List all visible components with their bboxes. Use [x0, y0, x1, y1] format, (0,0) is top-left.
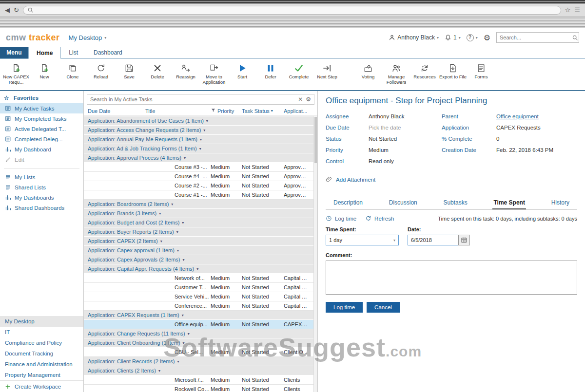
- toolbar-button-forms[interactable]: Forms: [467, 60, 495, 80]
- task-group-row[interactable]: Application: CAPEX Requests (1 Item)▾: [84, 311, 313, 320]
- log-time-button[interactable]: Log time: [326, 302, 363, 313]
- toolbar-button-clone[interactable]: Clone: [58, 60, 87, 80]
- task-group-row[interactable]: Application: Ad & Job Tracking Forms (1 …: [84, 144, 313, 153]
- task-row[interactable]: Course #2 -...MediumNot StartedApproval.…: [84, 181, 313, 190]
- task-group-row[interactable]: Application: Approval Process (4 Items)▾: [84, 153, 313, 163]
- toolbar-button-reassign[interactable]: Reassign: [172, 60, 200, 80]
- sidebar-item-my-dashboards[interactable]: My Dashboards: [0, 192, 83, 203]
- workspace-item-finance-and-administration[interactable]: Finance and Administration: [0, 359, 83, 370]
- browser-bookmark-star-icon[interactable]: ☆: [565, 6, 571, 14]
- task-group-row[interactable]: Application: Capex Approvals (2 Items)▾: [84, 255, 313, 264]
- toolbar-button-reload[interactable]: Reload: [87, 60, 115, 80]
- search-settings-gear-icon[interactable]: ⚙: [306, 96, 311, 103]
- workspace-item-compliance-and-policy[interactable]: Compliance and Policy: [0, 337, 83, 348]
- workspace-item-it[interactable]: IT: [0, 327, 83, 337]
- browser-back-icon[interactable]: ◀: [5, 6, 10, 14]
- task-group-row[interactable]: Application: Capex approval (1 Item)▾: [84, 246, 313, 255]
- task-group-row[interactable]: Application: Client Onboarding (1 Item)▾: [84, 338, 313, 348]
- cancel-button[interactable]: Cancel: [367, 302, 400, 313]
- browser-refresh-icon[interactable]: ↻: [14, 6, 19, 14]
- help-menu[interactable]: ? ▾: [467, 34, 478, 41]
- toolbar-button-export-to-file[interactable]: Export to File: [439, 60, 467, 80]
- task-row[interactable]: Course #1 -...MediumNot StartedApproval.…: [84, 190, 313, 200]
- detail-tab-discussion[interactable]: Discussion: [388, 196, 418, 209]
- time-spent-select[interactable]: 1 day ▾: [326, 235, 399, 245]
- task-group-row[interactable]: Application: Change Requests (11 Items)▾: [84, 329, 313, 338]
- task-group-row[interactable]: Application: Client Records (2 Items)▾: [84, 357, 313, 366]
- scrollbar-thumb[interactable]: [314, 117, 317, 163]
- task-row[interactable]: CBU - Sel...MediumNot StartedClient O...: [84, 348, 313, 357]
- sidebar-item-shared-dashboards[interactable]: Shared Dashboards: [0, 203, 83, 213]
- toolbar-button-save[interactable]: Save: [115, 60, 143, 80]
- clear-search-icon[interactable]: ✕: [298, 96, 303, 103]
- task-row[interactable]: Network of...MediumNot StartedCapital A.…: [84, 274, 313, 283]
- toolbar-button-next-step[interactable]: Next Step: [313, 60, 341, 80]
- workspace-item-my-desktop[interactable]: My Desktop: [0, 316, 83, 327]
- toolbar-button-complete[interactable]: Complete: [285, 60, 313, 80]
- task-group-row[interactable]: Application: CAPEX (2 Items)▾: [84, 237, 313, 246]
- field-value-parent[interactable]: Office equipment: [496, 113, 577, 119]
- sidebar-item-my-dashboard[interactable]: My Dashboard: [0, 144, 83, 154]
- gear-icon[interactable]: ⚙: [484, 33, 490, 42]
- task-group-row[interactable]: Application: Boardrooms (2 Items)▾: [84, 200, 313, 209]
- task-group-row[interactable]: Application: Brands (3 Items)▾: [84, 209, 313, 218]
- task-row[interactable]: Service Vehi...MediumNot StartedCapital …: [84, 292, 313, 301]
- sidebar-item-my-active-tasks[interactable]: My Active Tasks: [0, 103, 83, 113]
- toolbar-button-defer[interactable]: Defer: [256, 60, 285, 80]
- toolbar-button-new-capex-requ[interactable]: New CAPEX Requ...: [2, 60, 30, 85]
- tab-home[interactable]: Home: [28, 47, 61, 59]
- detail-tab-description[interactable]: Description: [332, 196, 364, 209]
- task-row[interactable]: Course #3 -...MediumNot StartedApproval.…: [84, 163, 313, 172]
- toolbar-button-resources[interactable]: Resources: [410, 60, 439, 80]
- sidebar-item-edit[interactable]: Edit: [0, 154, 83, 165]
- list-scrollbar[interactable]: [313, 116, 317, 392]
- tab-list[interactable]: List: [61, 47, 86, 58]
- toolbar-button-delete[interactable]: Delete: [143, 60, 172, 80]
- sidebar-item-active-delegated-t[interactable]: Active Delegated T...: [0, 124, 83, 134]
- task-row[interactable]: Microsoft /...MediumNot StartedClients: [84, 375, 313, 385]
- sidebar-item-my-completed-tasks[interactable]: My Completed Tasks: [0, 113, 83, 124]
- column-header-title[interactable]: Title: [138, 108, 211, 114]
- task-group-row[interactable]: Application: Clients (2 Items)▾: [84, 366, 313, 375]
- refresh-link[interactable]: Refresh: [365, 215, 394, 222]
- browser-address-bar[interactable]: [23, 6, 561, 15]
- log-time-link[interactable]: Log time: [326, 215, 356, 222]
- task-group-row[interactable]: Application: Buyer Reports (2 Items)▾: [84, 227, 313, 237]
- task-group-row[interactable]: Application: Access Change Requests (2 I…: [84, 126, 313, 135]
- workspace-selector[interactable]: My Desktop ▾: [69, 34, 107, 41]
- global-search-input[interactable]: [500, 35, 569, 40]
- sidebar-item-my-lists[interactable]: My Lists: [0, 172, 83, 182]
- sidebar-item-completed-deleg[interactable]: Completed Deleg...: [0, 134, 83, 144]
- column-header-task-status[interactable]: Task Status▾: [242, 108, 284, 114]
- detail-tab-history[interactable]: History: [550, 196, 570, 209]
- workspace-item-property-management[interactable]: Property Management: [0, 370, 83, 380]
- detail-tab-subtasks[interactable]: Subtasks: [442, 196, 468, 209]
- toolbar-button-move-to-application[interactable]: Move to Application: [200, 60, 228, 85]
- task-group-row[interactable]: Application: Abandonment of Use Cases (1…: [84, 116, 313, 126]
- create-workspace-button[interactable]: Create Workspace: [0, 380, 83, 392]
- notifications-menu[interactable]: 1 ▾: [445, 34, 461, 41]
- workspace-item-document-tracking[interactable]: Document Tracking: [0, 348, 83, 359]
- date-input[interactable]: 6/5/2018: [408, 235, 458, 245]
- column-header-due-date[interactable]: Due Date: [84, 108, 138, 114]
- task-group-row[interactable]: Application: Annual Pay-Me Requests (1 I…: [84, 135, 313, 144]
- toolbar-button-manage-followers[interactable]: Manage Followers: [382, 60, 410, 85]
- task-row[interactable]: Course #4 -...MediumNot StartedApproval.…: [84, 172, 313, 181]
- task-group-row[interactable]: Application: Budget and Cost (2 Items)▾: [84, 218, 313, 227]
- toolbar-button-start[interactable]: Start: [228, 60, 256, 80]
- toolbar-button-voting[interactable]: Voting: [354, 60, 382, 80]
- task-row[interactable]: Conference...MediumNot StartedCapital A.…: [84, 301, 313, 311]
- tab-dashboard[interactable]: Dashboard: [86, 47, 130, 58]
- toolbar-button-new[interactable]: New: [30, 60, 58, 80]
- column-header-priority[interactable]: Priority: [211, 108, 242, 114]
- comment-textarea[interactable]: [326, 261, 577, 295]
- task-group-row[interactable]: Application: Capital Appr. Requests (4 I…: [84, 264, 313, 274]
- menu-button[interactable]: Menu: [0, 47, 28, 58]
- browser-menu-icon[interactable]: ☰: [574, 6, 580, 14]
- task-row[interactable]: Customer T...MediumNot StartedCapital A.…: [84, 283, 313, 292]
- task-row[interactable]: Rockwell Coll...MediumNot StartedClients: [84, 385, 313, 392]
- sidebar-item-shared-lists[interactable]: Shared Lists: [0, 182, 83, 192]
- search-icon[interactable]: [572, 35, 578, 41]
- user-menu[interactable]: Anthony Black ▾: [389, 34, 439, 41]
- task-search-input[interactable]: [90, 96, 295, 102]
